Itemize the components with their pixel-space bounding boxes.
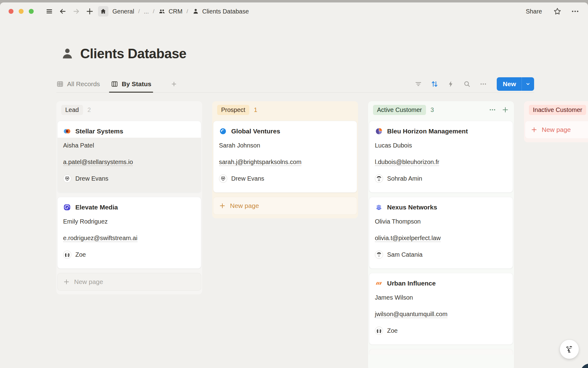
breadcrumb-collapsed[interactable]: ... (142, 7, 150, 16)
hamburger-icon (46, 8, 53, 15)
owner-row: Zoe (63, 250, 195, 259)
column-header[interactable]: Lead 2 (57, 104, 201, 116)
view-more-icon[interactable] (479, 80, 487, 88)
notion-ai-button[interactable] (560, 340, 579, 359)
column-header[interactable]: Active Customer 3 (369, 104, 513, 116)
plus-icon (531, 126, 537, 133)
contact-email[interactable]: a.patel@stellarsystems.io (63, 157, 195, 167)
views-row: All Records By Status (56, 75, 534, 93)
zoom-window-button[interactable] (29, 9, 34, 14)
client-card-elevate-media[interactable]: Elevate Media Emily Rodriguez e.rodrigue… (57, 197, 201, 269)
column-menu-icon[interactable] (489, 106, 496, 113)
contact-email[interactable]: jwilson@quantumquill.com (375, 309, 507, 319)
tab-label: By Status (122, 80, 151, 88)
owner-row: Zoe (375, 326, 507, 335)
contact-name: Aisha Patel (63, 141, 195, 150)
contact-email[interactable]: sarah.j@brightsparksolns.com (219, 157, 351, 167)
contact-email[interactable]: e.rodriguez@swiftstream.ai (63, 233, 195, 243)
column-lead: Lead 2 Stellar Systems Aisha Patel a.pat… (56, 101, 202, 294)
contact-name: Olivia Thompson (375, 217, 507, 226)
column-header[interactable]: Prospect 1 (213, 104, 357, 116)
client-card-stellar-systems[interactable]: Stellar Systems Aisha Patel a.patel@stel… (57, 121, 201, 193)
card-title: Nexus Networks (387, 204, 437, 211)
page-person-icon[interactable] (60, 46, 75, 61)
favorite-star-icon[interactable] (553, 7, 562, 16)
share-button[interactable]: Share (524, 7, 544, 16)
owner-name: Sam Catania (387, 250, 423, 259)
blue-swirl-logo-icon (219, 127, 227, 135)
page-header: Clients Database (60, 46, 187, 61)
filter-icon[interactable] (414, 80, 422, 88)
owner-name: Drew Evans (231, 174, 264, 183)
tab-by-status[interactable]: By Status (111, 75, 151, 93)
client-card-bleu-horizon[interactable]: Bleu Horizon Management Lucas Dubois l.d… (369, 121, 513, 193)
new-page-button[interactable]: New page (57, 273, 201, 291)
breadcrumb-label: General (112, 8, 134, 15)
person-icon (192, 8, 199, 15)
contact-email[interactable]: olivia.t@pixelperfect.law (375, 233, 507, 243)
plus-icon (170, 80, 178, 88)
breadcrumb-separator: / (138, 8, 140, 15)
ai-face-icon (564, 344, 575, 355)
search-icon[interactable] (463, 80, 471, 88)
tab-all-records[interactable]: All Records (56, 75, 100, 93)
drew-evans-avatar (63, 174, 71, 183)
view-toolbar: New (414, 77, 534, 91)
more-options-icon[interactable] (571, 7, 579, 16)
contact-name: Lucas Dubois (375, 141, 507, 150)
contact-email[interactable]: l.dubois@bleuhorizon.fr (375, 157, 507, 167)
new-page-button[interactable]: New page (525, 121, 588, 139)
status-badge[interactable]: Prospect (217, 105, 249, 115)
forward-button[interactable] (71, 6, 81, 17)
column-header[interactable]: Inactive Customer (525, 104, 588, 116)
home-button[interactable] (98, 6, 108, 17)
sidebar-menu-button[interactable] (44, 6, 55, 17)
owner-name: Sohrab Amin (387, 174, 422, 183)
breadcrumb-label: CRM (168, 8, 183, 15)
lightning-icon[interactable] (447, 80, 455, 88)
sort-icon[interactable] (431, 80, 439, 88)
topbar: General / ... / CRM / Clients Database (0, 2, 588, 20)
client-card-nexus-networks[interactable]: Nexus Networks Olivia Thompson olivia.t@… (369, 197, 513, 269)
breadcrumb-separator: / (187, 8, 188, 15)
new-button-dropdown[interactable] (522, 77, 534, 91)
status-badge[interactable]: Active Customer (373, 105, 426, 115)
table-icon (56, 80, 64, 88)
window-controls (9, 9, 34, 14)
status-badge[interactable]: Lead (61, 105, 83, 115)
client-card-global-ventures[interactable]: Global Ventures Sarah Johnson sarah.j@br… (213, 121, 357, 193)
card-title: Elevate Media (75, 204, 118, 211)
column-count: 3 (431, 106, 434, 113)
minimize-window-button[interactable] (19, 9, 24, 14)
kanban-board: Lead 2 Stellar Systems Aisha Patel a.pat… (0, 101, 588, 368)
status-badge[interactable]: Inactive Customer (529, 105, 586, 115)
new-page-button[interactable]: New page (213, 197, 357, 215)
contact-name: James Wilson (375, 293, 507, 302)
contact-name: Emily Rodriguez (63, 217, 195, 226)
owner-name: Zoe (75, 250, 86, 259)
owner-row: Sam Catania (375, 250, 507, 259)
breadcrumb-item-general[interactable]: General (111, 7, 135, 16)
page-title[interactable]: Clients Database (80, 46, 187, 61)
new-tab-button[interactable] (85, 6, 95, 17)
new-page-label: New page (230, 202, 259, 209)
contact-name: Sarah Johnson (219, 141, 351, 150)
breadcrumb-label: ... (144, 8, 149, 15)
home-icon (100, 8, 107, 15)
column-count: 1 (254, 106, 257, 113)
breadcrumb-item-crm[interactable]: CRM (157, 7, 184, 16)
close-window-button[interactable] (9, 9, 13, 14)
owner-name: Zoe (387, 326, 398, 335)
add-view-button[interactable] (170, 80, 178, 88)
column-add-icon[interactable] (502, 106, 509, 113)
back-button[interactable] (58, 6, 68, 17)
chevron-down-icon (526, 82, 530, 86)
new-button-label[interactable]: New (497, 77, 522, 91)
breadcrumb-item-clients-database[interactable]: Clients Database (191, 7, 250, 16)
client-card-urban-influence[interactable]: Urban Influence James Wilson jwilson@qua… (369, 273, 513, 345)
new-record-button[interactable]: New (497, 77, 534, 91)
zoe-avatar (63, 251, 71, 259)
owner-row: Drew Evans (219, 174, 351, 183)
new-page-button-partial[interactable] (369, 349, 513, 355)
diagonal-stripes-logo-icon (375, 279, 383, 287)
